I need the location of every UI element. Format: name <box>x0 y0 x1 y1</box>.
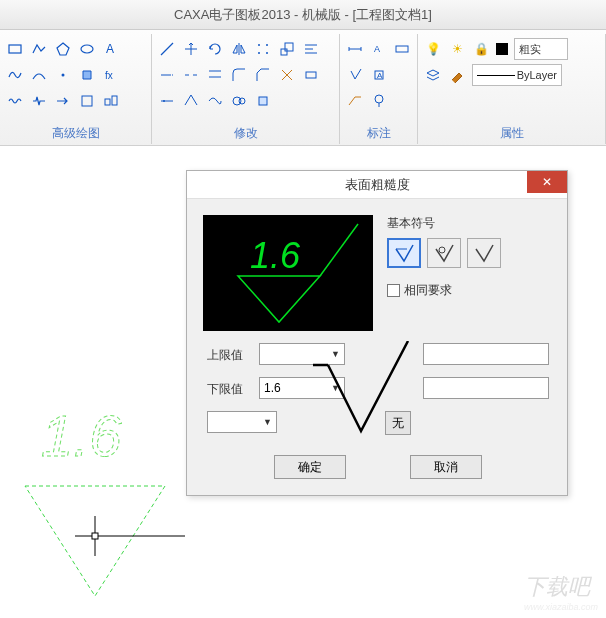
checkbox-icon <box>387 284 400 297</box>
svg-rect-21 <box>396 46 408 52</box>
rectangle-icon[interactable] <box>6 40 24 58</box>
ok-label: 确定 <box>298 459 322 476</box>
break2-icon[interactable] <box>182 66 200 84</box>
lower-limit-label: 下限值 <box>207 381 243 398</box>
svg-point-10 <box>266 44 268 46</box>
svg-text:A: A <box>374 44 380 54</box>
lower-text-field[interactable] <box>423 377 549 399</box>
rotate-icon[interactable] <box>206 40 224 58</box>
cancel-label: 取消 <box>434 459 458 476</box>
balloon-icon[interactable] <box>370 92 388 110</box>
extend-icon[interactable] <box>158 66 176 84</box>
chamfer-icon[interactable] <box>254 66 272 84</box>
tool-mod-5-icon[interactable] <box>254 92 272 110</box>
window-title: CAXA电子图板2013 - 机械版 - [工程图文档1] <box>174 7 432 22</box>
offset-icon[interactable] <box>206 66 224 84</box>
svg-point-31 <box>439 247 445 253</box>
mirror-icon[interactable] <box>230 40 248 58</box>
ribbon-group-annotate: A A 标注 <box>340 34 418 144</box>
ellipse-icon[interactable] <box>78 40 96 58</box>
dim-linear-icon[interactable] <box>346 40 364 58</box>
arrow-icon[interactable] <box>54 92 72 110</box>
preview-panel: 1.6 <box>203 215 373 331</box>
color-swatch[interactable] <box>496 43 508 55</box>
text-icon[interactable]: A <box>102 40 120 58</box>
fillet-icon[interactable] <box>230 66 248 84</box>
svg-rect-14 <box>285 43 293 51</box>
svg-text:fx: fx <box>105 70 113 81</box>
tool-mod-2-icon[interactable] <box>182 92 200 110</box>
trim-icon[interactable] <box>158 40 176 58</box>
match-icon[interactable] <box>448 66 466 84</box>
ribbon-group-modify-label: 修改 <box>158 123 333 144</box>
svg-point-17 <box>233 97 241 105</box>
svg-text:1.6: 1.6 <box>41 403 122 468</box>
roughness-dialog: 表面粗糙度 ✕ 1.6 基本符号 <box>186 170 568 496</box>
same-requirement-checkbox[interactable]: 相同要求 <box>387 282 553 299</box>
linetype-combo[interactable]: ByLayer <box>472 64 562 86</box>
move-icon[interactable] <box>182 40 200 58</box>
ok-button[interactable]: 确定 <box>274 455 346 479</box>
svg-rect-8 <box>112 96 117 105</box>
fill-icon[interactable] <box>78 66 96 84</box>
ribbon-group-drawing: A fx 高级绘图 <box>0 34 152 144</box>
symbol-basic-button[interactable] <box>387 238 421 268</box>
preview-value: 1.6 <box>250 235 301 276</box>
lightbulb-icon[interactable]: 💡 <box>424 40 442 58</box>
cancel-button[interactable]: 取消 <box>410 455 482 479</box>
stretch2-icon[interactable] <box>302 66 320 84</box>
parts-icon[interactable] <box>102 92 120 110</box>
svg-rect-15 <box>306 72 316 78</box>
svg-point-4 <box>62 74 65 77</box>
svg-rect-7 <box>105 99 110 105</box>
lock-icon[interactable]: 🔒 <box>472 40 490 58</box>
polygon-icon[interactable] <box>54 40 72 58</box>
align-icon[interactable] <box>302 40 320 58</box>
none-button[interactable]: 无 <box>385 411 411 435</box>
dim-tol-icon[interactable] <box>393 40 411 58</box>
block-icon[interactable] <box>78 92 96 110</box>
linetype-value: ByLayer <box>517 69 557 81</box>
basic-symbol-label: 基本符号 <box>387 215 553 232</box>
svg-line-30 <box>320 224 358 276</box>
svg-text:A: A <box>377 71 383 80</box>
close-button[interactable]: ✕ <box>527 171 567 193</box>
dialog-title: 表面粗糙度 <box>345 176 410 194</box>
explode-icon[interactable] <box>278 66 296 84</box>
svg-rect-6 <box>82 96 92 106</box>
ribbon: A fx 高级绘图 <box>0 30 606 146</box>
sun-icon[interactable]: ☀ <box>448 40 466 58</box>
heartbeat-icon[interactable] <box>30 92 48 110</box>
upper-text-field[interactable] <box>423 343 549 365</box>
dialog-titlebar[interactable]: 表面粗糙度 ✕ <box>187 171 567 199</box>
upper-limit-label: 上限值 <box>207 347 243 364</box>
spline-icon[interactable] <box>6 66 24 84</box>
linetype-preview <box>477 75 515 76</box>
same-requirement-label: 相同要求 <box>404 282 452 299</box>
symbol-material-removed-button[interactable] <box>427 238 461 268</box>
lower-limit-value: 1.6 <box>264 381 281 395</box>
extra-combo[interactable]: ▼ <box>207 411 277 433</box>
tool-mod-3-icon[interactable] <box>206 92 224 110</box>
polyline-icon[interactable] <box>30 40 48 58</box>
arc-spline-icon[interactable] <box>30 66 48 84</box>
formula-icon[interactable]: fx <box>102 66 120 84</box>
wave-icon[interactable] <box>6 92 24 110</box>
lineweight-combo[interactable]: 粗实 <box>514 38 568 60</box>
tool-mod-1-icon[interactable] <box>158 92 176 110</box>
symbol-no-removal-button[interactable] <box>467 238 501 268</box>
svg-point-16 <box>163 100 165 102</box>
watermark-text: 下载吧 <box>524 572 598 602</box>
lineweight-value: 粗实 <box>519 42 541 57</box>
array-icon[interactable] <box>254 40 272 58</box>
ribbon-group-properties-label: 属性 <box>424 123 599 144</box>
dim-text-icon[interactable]: A <box>370 40 388 58</box>
svg-point-2 <box>81 45 93 53</box>
point-icon[interactable] <box>54 66 72 84</box>
datum-icon[interactable]: A <box>370 66 388 84</box>
roughness-icon[interactable] <box>346 66 364 84</box>
leader-icon[interactable] <box>346 92 364 110</box>
layer-icon[interactable] <box>424 66 442 84</box>
scale-icon[interactable] <box>278 40 296 58</box>
tool-mod-4-icon[interactable] <box>230 92 248 110</box>
